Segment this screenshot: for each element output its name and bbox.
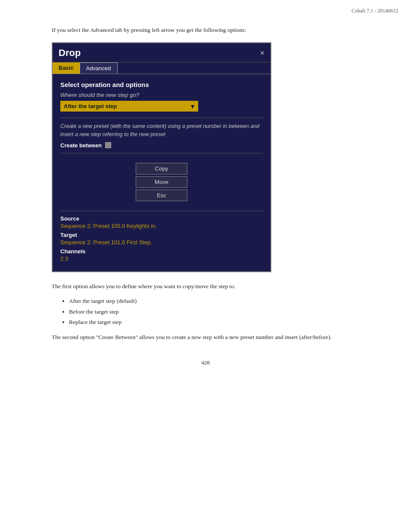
dialog-wrapper: Drop × Basic Advanced Select operation a… <box>52 42 359 272</box>
header-label: Cobalt 7.1 - 20140612 <box>352 8 398 14</box>
divider-middle <box>60 153 263 153</box>
description-text: Create a new preset (with the same conte… <box>60 122 263 139</box>
dialog: Drop × Basic Advanced Select operation a… <box>52 42 271 272</box>
dialog-close-button[interactable]: × <box>260 49 265 58</box>
bullet-item-1: After the target step (default) <box>69 297 359 305</box>
page-header: Cobalt 7.1 - 20140612 <box>352 8 398 14</box>
channels-label: Channels <box>60 248 263 255</box>
dialog-body: Select operation and options Where shoul… <box>53 74 271 271</box>
target-label: Target <box>60 232 263 238</box>
esc-button[interactable]: Esc <box>136 190 187 201</box>
tab-advanced[interactable]: Advanced <box>80 62 118 74</box>
bullet-item-3: Replace the target step <box>69 318 359 327</box>
page-number: 428 <box>52 359 359 366</box>
bullet-item-2: Before the target step <box>69 308 359 316</box>
dialog-title: Drop <box>59 47 81 59</box>
divider-top <box>60 118 263 118</box>
source-label: Source <box>60 215 263 222</box>
body-paragraph1: The first option allows you to define wh… <box>52 282 359 291</box>
position-dropdown[interactable]: After the target step Before the target … <box>60 101 198 112</box>
intro-text: If you select the Advanced tab by pressi… <box>52 26 359 34</box>
buttons-section: Copy Move Esc <box>60 158 263 206</box>
body-paragraph2: The second option "Create Between" allow… <box>52 333 359 342</box>
create-between-label: Create between <box>60 142 102 149</box>
dialog-tabs: Basic Advanced <box>53 62 271 74</box>
dropdown-wrapper: After the target step Before the target … <box>60 101 198 112</box>
target-value: Sequence 2: Preset 101.0 First Step. <box>60 239 263 246</box>
channels-value: 2 3 <box>60 255 263 262</box>
section-title: Select operation and options <box>60 81 263 88</box>
source-value: Sequence 2: Preset 105.0 Keylights in. <box>60 223 263 229</box>
create-between-checkbox[interactable] <box>105 142 111 148</box>
copy-button[interactable]: Copy <box>136 163 187 174</box>
dialog-title-bar: Drop × <box>53 43 271 62</box>
bullet-list: After the target step (default) Before t… <box>69 297 359 327</box>
move-button[interactable]: Move <box>136 176 187 188</box>
dropdown-row: After the target step Before the target … <box>60 101 263 112</box>
source-target-section: Source Sequence 2: Preset 105.0 Keylight… <box>60 215 263 262</box>
question-label: Where should the new step go? <box>60 92 263 98</box>
create-between-row: Create between <box>60 142 263 149</box>
tab-basic[interactable]: Basic <box>53 62 80 74</box>
divider-bottom <box>60 211 263 211</box>
